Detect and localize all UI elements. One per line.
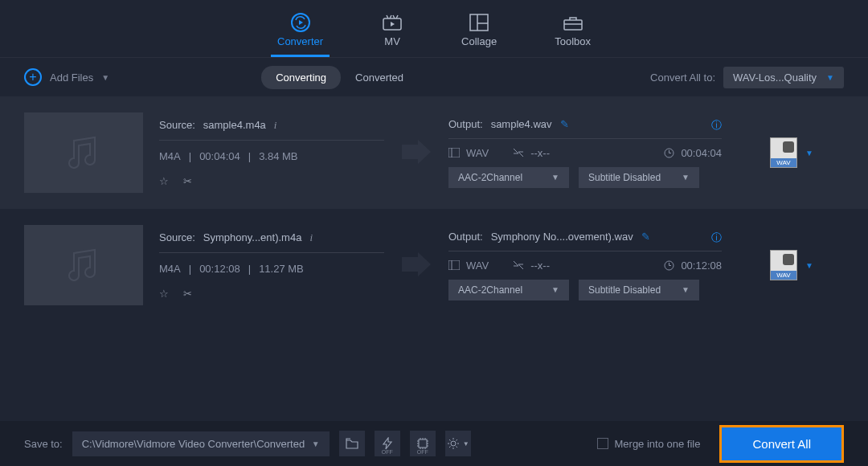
source-size: 3.84 MB [259,150,297,162]
speed-button[interactable]: OFF [375,431,400,456]
subtab-converting[interactable]: Converting [261,66,341,89]
svg-rect-12 [448,260,460,270]
tab-toolbox[interactable]: Toolbox [555,13,591,57]
chevron-down-icon: ▼ [312,439,320,448]
svg-rect-7 [564,20,582,30]
edit-icon[interactable]: ✎ [641,231,650,243]
top-nav: Converter MV Collage Toolbox [0,0,868,58]
format-select[interactable]: WAV-Los...Quality ▼ [723,67,844,88]
subtitle-select[interactable]: Subtitle Disabled▼ [579,280,699,300]
output-column: ⓘ Output: Symphony No....ovement).wav ✎ … [448,231,722,300]
converter-icon [289,13,312,32]
svg-rect-9 [448,148,460,157]
source-size: 11.27 MB [259,263,304,275]
source-name: Symphony...ent).m4a [203,231,302,243]
thumbnail[interactable] [24,225,143,305]
source-name: sample4.m4a [203,119,266,131]
merge-label: Merge into one file [615,438,701,450]
edit-icon[interactable]: ✎ [560,118,569,130]
source-column: Source: Symphony...ent).m4a i M4A| 00:12… [159,231,384,300]
toolbox-icon [562,13,584,32]
format-column[interactable]: WAV ▼ [770,137,826,168]
source-label: Source: [159,119,195,131]
thumbnail[interactable] [24,112,143,193]
scissors-icon[interactable]: ✂ [183,288,192,300]
source-label: Source: [159,231,195,243]
source-duration: 00:04:04 [199,150,240,162]
output-ext: WAV [466,147,489,159]
subtab-converted[interactable]: Converted [341,66,418,89]
tab-label: Collage [461,35,497,47]
bottom-bar: Save to: C:\Vidmore\Vidmore Video Conver… [0,421,868,466]
subtitle-select[interactable]: Subtitle Disabled▼ [579,167,699,188]
chevron-down-icon: ▼ [805,149,813,157]
output-column: ⓘ Output: sample4.wav ✎ WAV --x-- 00:04:… [448,118,722,188]
output-duration: 00:04:04 [681,147,722,159]
chevron-down-icon: ▼ [826,73,834,82]
settings-button[interactable]: ▼ [445,431,471,456]
format-badge: WAV [770,137,797,168]
output-label: Output: [448,231,483,243]
star-icon[interactable]: ☆ [159,175,169,187]
svg-rect-4 [470,14,488,31]
format-select-label: WAV-Los...Quality [733,72,817,84]
convert-all-button[interactable]: Convert All [719,425,844,463]
audio-select[interactable]: AAC-2Channel▼ [448,280,569,300]
output-name: Symphony No....ovement).wav [491,231,633,243]
format-column[interactable]: WAV ▼ [770,250,826,280]
source-ext: M4A [159,150,181,162]
tab-label: Converter [277,35,323,47]
arrow-icon [400,140,432,166]
scissors-icon[interactable]: ✂ [183,175,192,187]
audio-select[interactable]: AAC-2Channel▼ [448,167,569,188]
collage-icon [468,13,490,32]
mv-icon [381,13,403,32]
output-ext: WAV [466,260,489,272]
output-label: Output: [448,118,483,130]
source-ext: M4A [159,263,181,275]
file-item: Source: sample4.m4a i M4A| 00:04:04| 3.8… [0,96,868,209]
chevron-down-icon: ▼ [101,73,109,82]
checkbox-icon [597,438,608,449]
tab-label: Toolbox [555,35,591,47]
add-files-label: Add Files [50,72,93,84]
plus-icon: + [24,68,42,86]
chevron-down-icon: ▼ [805,261,813,270]
merge-checkbox[interactable]: Merge into one file [597,438,701,450]
output-duration: 00:12:08 [681,260,722,272]
add-files-button[interactable]: + Add Files ▼ [24,68,109,86]
svg-rect-15 [419,439,427,448]
sub-tabs: Converting Converted [261,66,418,89]
source-column: Source: sample4.m4a i M4A| 00:04:04| 3.8… [159,119,384,187]
tab-collage[interactable]: Collage [461,13,497,57]
info-icon[interactable]: ⓘ [711,118,722,133]
svg-point-16 [451,441,456,446]
tab-converter[interactable]: Converter [277,13,323,57]
star-icon[interactable]: ☆ [159,288,169,300]
save-to-label: Save to: [24,438,63,450]
output-resolution: --x-- [530,260,550,272]
info-icon[interactable]: i [309,231,313,244]
gpu-button[interactable]: OFF [410,431,436,456]
output-resolution: --x-- [530,147,550,159]
tab-label: MV [384,35,400,47]
svg-marker-3 [391,22,395,27]
svg-marker-1 [299,20,303,25]
sub-bar: + Add Files ▼ Converting Converted Conve… [0,58,868,96]
save-path[interactable]: C:\Vidmore\Vidmore Video Converter\Conve… [72,431,330,456]
convert-all-to: Convert All to: WAV-Los...Quality ▼ [650,67,844,88]
output-name: sample4.wav [491,118,552,130]
format-badge: WAV [770,250,797,280]
source-duration: 00:12:08 [199,263,240,275]
info-icon[interactable]: i [274,119,277,132]
info-icon[interactable]: ⓘ [711,231,722,245]
file-list: Source: sample4.m4a i M4A| 00:04:04| 3.8… [0,96,868,321]
tab-mv[interactable]: MV [381,13,403,57]
folder-button[interactable] [339,431,365,456]
arrow-icon [400,252,432,279]
convert-all-to-label: Convert All to: [650,72,715,84]
file-item: Source: Symphony...ent).m4a i M4A| 00:12… [0,209,868,321]
